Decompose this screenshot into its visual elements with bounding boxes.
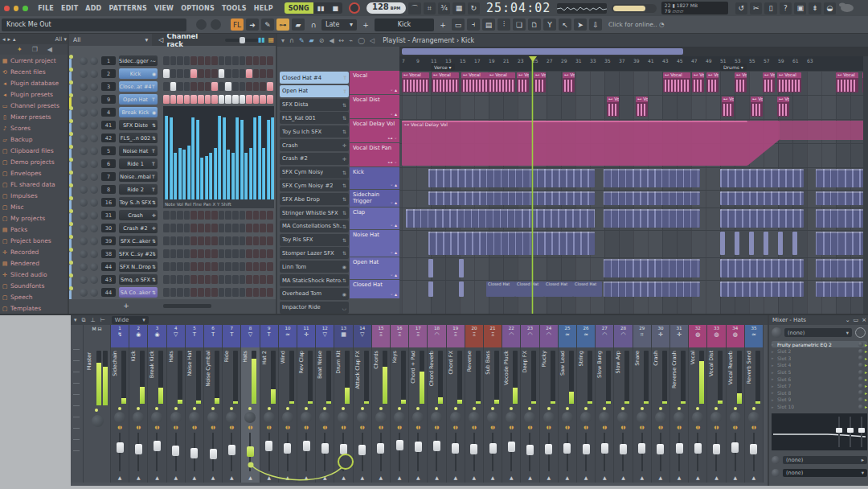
strip-header[interactable]: 17Ξ — [409, 325, 427, 347]
step-cell[interactable] — [177, 56, 183, 65]
strip-fader[interactable] — [399, 433, 400, 471]
slice-tool-icon[interactable]: ⌁ — [349, 37, 353, 44]
mixer-strip-slow-bang[interactable]: 27◠Slow Bang◖◗▲ — [596, 325, 614, 483]
fader-handle[interactable] — [321, 443, 329, 454]
strip-header[interactable]: 2◉ — [129, 325, 147, 347]
step-cell[interactable] — [253, 224, 260, 232]
track-header-open-hat[interactable]: Open Hat◦ ▴ — [350, 257, 399, 279]
pattern-clip[interactable] — [459, 281, 464, 297]
pattern-clip-band[interactable] — [720, 191, 804, 205]
online-link[interactable]: Click for online.. ◔ — [608, 21, 665, 28]
step-cell[interactable] — [177, 249, 183, 258]
step-cell[interactable] — [240, 69, 246, 78]
menu-edit[interactable]: EDIT — [61, 5, 78, 12]
mixer-strip-sidechain[interactable]: 1↯Sidechain◖◗▲ — [111, 325, 129, 483]
pan-knob[interactable] — [80, 134, 88, 142]
step-cell[interactable] — [246, 69, 252, 78]
picker-item-sfx-cym-noisy[interactable]: SFX Cym Noisy⇅ — [280, 166, 349, 179]
step-cell[interactable] — [184, 249, 190, 258]
strip-led[interactable] — [416, 407, 420, 410]
strip-led[interactable] — [230, 407, 233, 410]
strip-led[interactable] — [473, 407, 476, 410]
menu-help[interactable]: HELP — [254, 5, 273, 12]
step-cell[interactable] — [205, 236, 211, 245]
picker-item-overhead-tom[interactable]: Overhead Tom◉ — [280, 288, 349, 300]
strip-fader[interactable] — [305, 433, 307, 471]
channel-number[interactable]: 1 — [101, 56, 116, 65]
step-cell[interactable] — [219, 288, 225, 297]
strip-led[interactable] — [137, 407, 140, 410]
mixer-strip-chords[interactable]: 15ΞChords◖◗▲ — [372, 325, 391, 483]
pan-knob[interactable] — [80, 263, 88, 271]
stereo-sep-icon[interactable]: ◖◗ — [465, 425, 483, 429]
plugin-picker-icon[interactable]: 🗋 — [528, 18, 541, 31]
browser-item-backup[interactable]: ▱Backup — [2, 134, 66, 145]
channel-number[interactable]: 42 — [101, 134, 116, 142]
stereo-sep-icon[interactable]: ◖◗ — [391, 425, 408, 429]
route-arrow-icon[interactable]: ▲ — [689, 475, 706, 480]
picker-item-ma-staticshock-retro-[interactable]: MA StaticShock Retro..⇅ — [280, 274, 349, 286]
fx-slot-10[interactable]: ▸Slot 10▸ — [772, 403, 867, 409]
stereo-sep-icon[interactable]: ◖◗ — [129, 425, 147, 429]
strip-led[interactable] — [510, 407, 513, 410]
browser-item-fl-shared-data[interactable]: ▢FL shared data — [2, 179, 66, 190]
mixer-strip-hats[interactable]: 8▽Hats◖◗▲ — [241, 325, 260, 483]
strip-knob[interactable] — [133, 412, 144, 423]
strip-led[interactable] — [155, 407, 158, 410]
strip-knob[interactable] — [637, 412, 648, 423]
strip-fader[interactable] — [156, 433, 158, 471]
strip-header[interactable]: 35≈ — [745, 325, 763, 347]
slot-knob[interactable] — [858, 363, 863, 368]
fx-slot-1[interactable]: ▸Fruity parametric EQ 2▸ — [772, 341, 867, 347]
strip-header[interactable]: 4▽ — [167, 325, 185, 347]
pointer-icon[interactable]: ➜ — [246, 18, 259, 31]
route-arrow-icon[interactable]: ▲ — [148, 475, 166, 480]
mixer-strip-noise-hat[interactable]: 5TNoise Hat◖◗▲ — [186, 325, 204, 483]
strip-knob[interactable] — [617, 412, 628, 423]
step-cell[interactable] — [246, 288, 252, 297]
fx-slot-3[interactable]: ▸Slot 3▸ — [772, 355, 867, 361]
route-arrow-icon[interactable]: ▲ — [484, 475, 502, 480]
strip-led[interactable] — [454, 407, 457, 410]
mixer-strip-vocode-pluck[interactable]: 22◠Vocode Pluck◖◗▲ — [502, 325, 521, 483]
step-cell[interactable] — [198, 236, 204, 245]
strip-header[interactable]: 32◍ — [689, 325, 706, 347]
step-cell[interactable] — [225, 262, 231, 271]
master-volume-slider[interactable] — [612, 4, 657, 13]
volume-knob[interactable] — [90, 83, 98, 91]
step-cell[interactable] — [177, 95, 183, 104]
route-arrow-icon[interactable]: ▲ — [745, 475, 763, 480]
strip-header[interactable]: 14▽ — [354, 325, 371, 347]
track-widget-icon[interactable]: ◦ ▴ — [391, 272, 397, 277]
route-arrow-icon[interactable]: ▲ — [391, 475, 408, 480]
browser-up-icon[interactable]: ▴ — [13, 36, 16, 43]
browser-item-sliced-audio[interactable]: ✛Sliced audio — [2, 269, 66, 280]
slip-tool-icon[interactable]: ↔ — [339, 37, 345, 44]
velocity-bar[interactable] — [267, 120, 270, 208]
mixer-strip-attack-clap-fx[interactable]: 14▽Attack Clap FX◖◗▲ — [354, 325, 372, 483]
step-cell[interactable] — [267, 56, 273, 65]
step-cell[interactable] — [211, 56, 218, 65]
pan-knob[interactable] — [80, 96, 88, 104]
step-cell[interactable] — [219, 69, 225, 78]
pattern-clip-band[interactable] — [816, 169, 868, 187]
mixer-strip-beat-noise[interactable]: 12▽Beat Noise◖◗▲ — [316, 325, 334, 483]
browser-item-recorded[interactable]: ✛Recorded — [2, 247, 66, 257]
track-widget-icon[interactable]: ◦ ▴ — [391, 111, 397, 117]
mixer-current-strip[interactable] — [71, 325, 84, 483]
step-cell[interactable] — [163, 56, 170, 65]
stop-button[interactable]: ■ — [328, 2, 342, 14]
strip-led[interactable] — [305, 407, 308, 410]
step-cell[interactable] — [177, 288, 183, 297]
audio-clip[interactable]: ⊷ Vocal — [763, 72, 775, 92]
pan-knob[interactable] — [80, 147, 88, 155]
fx-close-icon[interactable]: × — [862, 317, 866, 323]
route-arrow-icon[interactable]: ▲ — [186, 475, 203, 480]
volume-knob[interactable] — [90, 121, 98, 129]
strip-knob[interactable] — [674, 412, 685, 423]
strip-header[interactable]: 18◠ — [428, 325, 445, 347]
step-cell[interactable] — [184, 275, 190, 284]
step-cell[interactable] — [246, 236, 252, 245]
playlist-scroll-track[interactable] — [399, 47, 868, 56]
playlist-scroll-thumb[interactable] — [402, 48, 683, 55]
